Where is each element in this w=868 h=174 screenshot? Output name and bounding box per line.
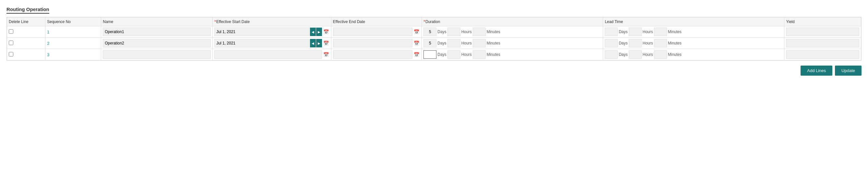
table-row-leadtime-1[interactable]: Days Hours Minutes [603, 38, 784, 49]
table-row-name-1[interactable] [101, 38, 213, 49]
table-row-duration-0[interactable]: Days Hours Minutes [422, 26, 603, 38]
nav-next-1[interactable]: ▶ [316, 39, 322, 48]
eff-end-input-2[interactable] [333, 50, 413, 59]
nav-prev-0[interactable]: ◀ [310, 28, 316, 36]
delete-checkbox-2[interactable] [9, 52, 13, 57]
lt-minutes-input-1[interactable] [654, 39, 667, 48]
table-row-effstart-2[interactable]: 📅 [213, 49, 331, 60]
lt-minutes-label-0: Minutes [668, 30, 682, 34]
lt-days-label-1: Days [619, 41, 627, 46]
yield-input-1[interactable] [786, 39, 859, 48]
table-row-effend-1[interactable]: 📅 [331, 38, 422, 49]
col-header-duration: Duration [422, 18, 603, 26]
dur-days-input-2[interactable] [424, 50, 436, 59]
dur-hours-label-0: Hours [461, 30, 472, 34]
table-row-seq-2: 3 [45, 49, 101, 60]
eff-start-cal-2[interactable]: 📅 [322, 52, 330, 57]
eff-end-cal-0[interactable]: 📅 [413, 29, 420, 34]
table-row-effstart-0[interactable]: ◀ ▶ 📅 [213, 26, 331, 38]
dur-minutes-input-0[interactable] [473, 28, 486, 36]
table-row-yield-0[interactable] [784, 26, 861, 38]
lt-hours-input-2[interactable] [629, 50, 642, 59]
dur-hours-input-1[interactable] [447, 39, 460, 48]
lt-days-label-0: Days [619, 30, 627, 34]
table-row-yield-2[interactable] [784, 49, 861, 60]
button-area: Add Lines Update [6, 65, 862, 76]
eff-start-input-0[interactable] [214, 28, 309, 36]
table-row-delete-2 [7, 49, 45, 60]
dur-minutes-input-2[interactable] [473, 50, 486, 59]
eff-end-cal-1[interactable]: 📅 [413, 40, 420, 46]
add-lines-button[interactable]: Add Lines [801, 65, 832, 76]
dur-hours-label-2: Hours [461, 52, 472, 57]
seq-link-0[interactable]: 1 [47, 30, 49, 34]
lt-minutes-label-2: Minutes [668, 52, 682, 57]
dur-days-input-1[interactable] [424, 39, 436, 48]
table-row-leadtime-0[interactable]: Days Hours Minutes [603, 26, 784, 38]
lt-days-input-2[interactable] [605, 50, 618, 59]
eff-start-cal-1[interactable]: 📅 [322, 40, 330, 46]
update-button[interactable]: Update [835, 65, 862, 76]
nav-btns-1: ◀ ▶ [310, 39, 322, 48]
col-header-name: Name [101, 18, 213, 26]
table-row-yield-1[interactable] [784, 38, 861, 49]
table-row-delete-0 [7, 26, 45, 38]
lt-days-label-2: Days [619, 52, 627, 57]
eff-end-cal-2[interactable]: 📅 [413, 52, 420, 57]
lt-hours-label-0: Hours [643, 30, 653, 34]
name-input-0[interactable] [103, 28, 211, 36]
nav-next-0[interactable]: ▶ [316, 28, 322, 36]
dur-hours-label-1: Hours [461, 41, 472, 46]
eff-start-input-1[interactable] [214, 39, 309, 48]
nav-prev-1[interactable]: ◀ [310, 39, 316, 48]
col-header-yield: Yield [784, 18, 861, 26]
col-header-delete: Delete Line [7, 18, 45, 26]
dur-minutes-input-1[interactable] [473, 39, 486, 48]
lt-days-input-1[interactable] [605, 39, 618, 48]
delete-checkbox-1[interactable] [9, 40, 13, 45]
dur-days-label-0: Days [437, 30, 446, 34]
table-row-effend-2[interactable]: 📅 [331, 49, 422, 60]
table-row-duration-2[interactable]: Days Hours Minutes [422, 49, 603, 60]
table-row-duration-1[interactable]: Days Hours Minutes [422, 38, 603, 49]
lt-minutes-input-2[interactable] [654, 50, 667, 59]
name-input-2[interactable] [103, 50, 211, 59]
dur-hours-input-2[interactable] [447, 50, 460, 59]
table-row-effstart-1[interactable]: ◀ ▶ 📅 [213, 38, 331, 49]
eff-start-input-2[interactable] [214, 50, 322, 59]
section-title: Routing Operation [6, 6, 49, 13]
col-header-eff-start: Effective Start Date [213, 18, 331, 26]
table-row-effend-0[interactable]: 📅 [331, 26, 422, 38]
table-row-leadtime-2[interactable]: Days Hours Minutes [603, 49, 784, 60]
dur-minutes-label-1: Minutes [487, 41, 500, 46]
col-header-eff-end: Effective End Date [331, 18, 422, 26]
seq-link-1[interactable]: 2 [47, 41, 49, 46]
lt-days-input-0[interactable] [605, 28, 618, 36]
delete-checkbox-0[interactable] [9, 29, 13, 34]
table-row-seq-1: 2 [45, 38, 101, 49]
eff-start-cal-0[interactable]: 📅 [322, 29, 330, 34]
table-row-name-2[interactable] [101, 49, 213, 60]
lt-hours-input-0[interactable] [629, 28, 642, 36]
lt-hours-label-1: Hours [643, 41, 653, 46]
seq-link-2[interactable]: 3 [47, 52, 49, 57]
lt-minutes-label-1: Minutes [668, 41, 682, 46]
col-header-seqno: Sequence No [45, 18, 101, 26]
lt-minutes-input-0[interactable] [654, 28, 667, 36]
lt-hours-label-2: Hours [643, 52, 653, 57]
table-row-name-0[interactable] [101, 26, 213, 38]
dur-days-label-1: Days [437, 41, 446, 46]
table-row-delete-1 [7, 38, 45, 49]
eff-end-input-0[interactable] [333, 28, 413, 36]
col-header-leadtime: Lead Time [603, 18, 784, 26]
yield-input-2[interactable] [786, 50, 859, 59]
dur-hours-input-0[interactable] [447, 28, 460, 36]
lt-hours-input-1[interactable] [629, 39, 642, 48]
name-input-1[interactable] [103, 39, 211, 48]
table-row-seq-0: 1 [45, 26, 101, 38]
eff-end-input-1[interactable] [333, 39, 413, 48]
dur-days-input-0[interactable] [424, 28, 436, 36]
routing-table: Delete Line Sequence No Name Effective S… [6, 17, 862, 61]
yield-input-0[interactable] [786, 28, 859, 36]
nav-btns-0: ◀ ▶ [310, 28, 322, 36]
